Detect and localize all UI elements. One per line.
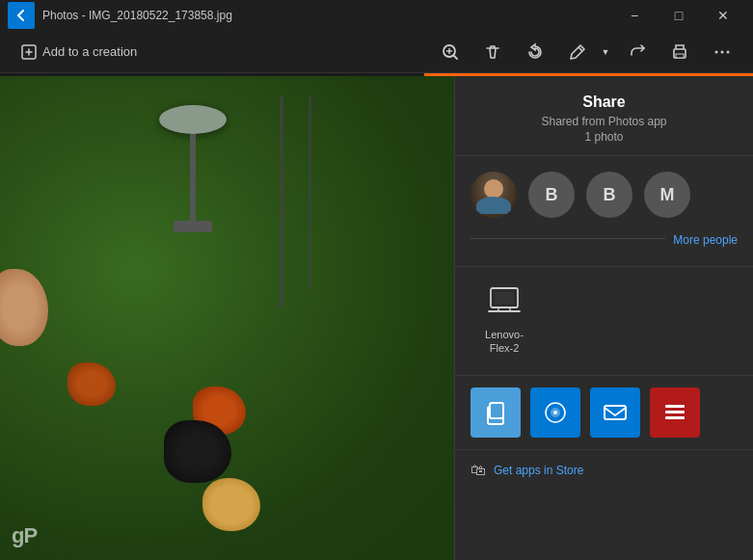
share-button[interactable]	[618, 33, 657, 71]
window-controls: − □ ✕	[612, 0, 745, 31]
edit-dropdown-button[interactable]: ▼	[597, 33, 614, 71]
svg-rect-8	[495, 292, 514, 304]
device-section: Lenovo-Flex-2	[455, 267, 753, 376]
sway-button[interactable]	[650, 387, 700, 438]
device-label: Lenovo-Flex-2	[476, 328, 532, 356]
watermark: gP	[12, 523, 37, 548]
zoom-button[interactable]	[431, 33, 470, 71]
svg-rect-14	[605, 406, 626, 419]
add-to-creation-label: Add to a creation	[42, 44, 137, 59]
restore-button[interactable]: □	[657, 0, 701, 31]
svg-point-13	[553, 411, 557, 414]
minimize-button[interactable]: −	[612, 0, 657, 31]
add-to-creation-button[interactable]: Add to a creation	[12, 39, 147, 66]
chicken-2	[164, 420, 231, 483]
more-people-divider-row: More people	[471, 229, 738, 251]
share-title: Share	[471, 93, 738, 111]
get-apps-label: Get apps in Store	[494, 464, 583, 477]
title-bar: Photos - IMG_20180522_173858.jpg − □ ✕	[0, 0, 753, 31]
avatar-b-2[interactable]: B	[586, 172, 632, 218]
main-layout: gP Share Shared from Photos app 1 photo …	[0, 76, 753, 560]
svg-point-5	[721, 50, 724, 53]
svg-rect-10	[490, 403, 503, 418]
get-apps-section[interactable]: 🛍 Get apps in Store	[455, 450, 753, 491]
avatar-person-1[interactable]	[471, 172, 517, 218]
share-panel: Share Shared from Photos app 1 photo B B…	[454, 76, 753, 560]
more-options-button[interactable]	[703, 33, 741, 71]
print-button[interactable]	[660, 33, 699, 71]
close-button[interactable]: ✕	[701, 0, 745, 31]
people-row: B B M	[471, 172, 738, 218]
toolbar: Add to a creation ▼	[0, 31, 753, 73]
edit-group: ▼	[558, 33, 614, 71]
people-section: B B M More people	[455, 156, 753, 267]
device-computer-icon	[487, 286, 522, 324]
store-icon: 🛍	[471, 462, 486, 479]
svg-rect-17	[665, 416, 685, 419]
delete-button[interactable]	[473, 33, 512, 71]
bird-bath	[154, 105, 231, 240]
photo-area: gP	[0, 76, 454, 560]
back-button[interactable]	[8, 2, 35, 29]
device-lenovo-flex-2[interactable]: Lenovo-Flex-2	[471, 279, 538, 363]
share-header: Share Shared from Photos app 1 photo	[455, 76, 753, 156]
avatar-m[interactable]: M	[644, 172, 690, 218]
onenote-button[interactable]	[530, 387, 580, 438]
svg-rect-15	[665, 405, 685, 408]
copy-button[interactable]	[471, 387, 521, 438]
edit-button[interactable]	[558, 33, 597, 71]
window-title: Photos - IMG_20180522_173858.jpg	[42, 9, 605, 22]
chicken-3	[202, 478, 260, 531]
share-icons-section	[455, 376, 753, 450]
share-subtitle: Shared from Photos app	[471, 115, 738, 128]
share-icons-row	[471, 387, 738, 438]
more-people-line	[471, 238, 665, 239]
mail-button[interactable]	[590, 387, 640, 438]
avatar-b-1[interactable]: B	[528, 172, 575, 218]
svg-point-4	[715, 50, 718, 53]
photo-canvas: gP	[0, 76, 454, 560]
share-count: 1 photo	[471, 130, 738, 144]
more-people-link[interactable]: More people	[673, 233, 738, 247]
svg-point-6	[727, 50, 730, 53]
svg-rect-3	[676, 54, 684, 58]
rotate-button[interactable]	[516, 33, 554, 71]
svg-rect-16	[665, 411, 685, 413]
chicken-4	[67, 362, 116, 406]
